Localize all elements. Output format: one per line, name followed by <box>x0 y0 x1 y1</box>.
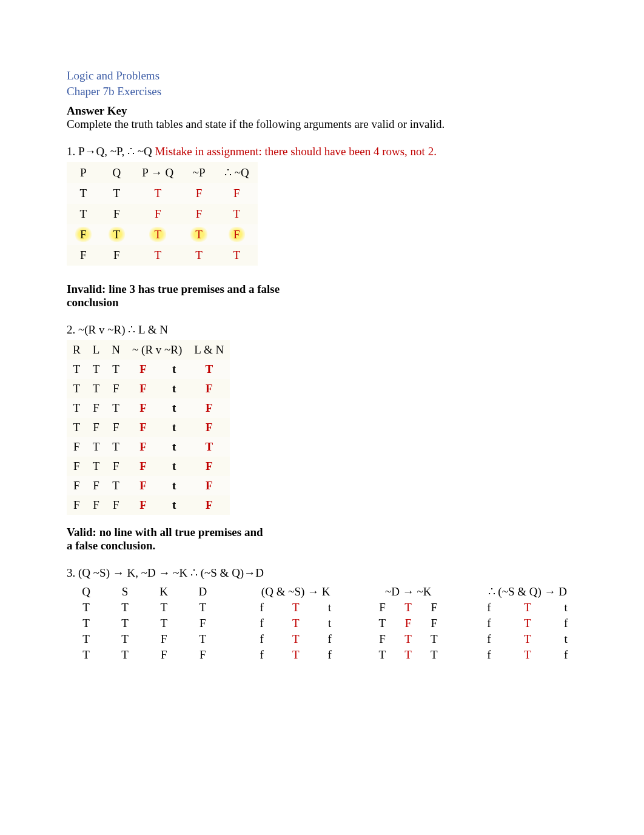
cell: T <box>106 631 144 647</box>
cell: T <box>106 600 144 615</box>
cell: F <box>126 398 160 418</box>
cell: T <box>106 437 126 457</box>
cell: T <box>508 600 546 615</box>
cell: F <box>182 204 216 224</box>
cell: F <box>421 600 448 615</box>
ex1-table: P Q P → Q ~P ∴ ~Q T T T F F T F F F T F … <box>67 162 258 266</box>
cell: t <box>160 437 189 457</box>
cell: f <box>470 647 508 663</box>
cell: T <box>508 631 546 647</box>
cell: t <box>160 418 189 437</box>
col-header: P <box>67 162 100 183</box>
cell: F <box>369 600 395 615</box>
cell: T <box>106 360 126 379</box>
cell: T <box>67 647 106 663</box>
cell: F <box>188 476 230 495</box>
cell: T <box>183 600 222 615</box>
cell: F <box>395 615 421 631</box>
col-header: ~P <box>182 162 216 183</box>
ex1-verdict: Invalid: line 3 has true premises and a … <box>67 283 321 309</box>
cell: f <box>470 615 508 631</box>
ex2-verdict: Valid: no line with all true premises an… <box>67 526 267 552</box>
cell: T <box>67 379 87 398</box>
cell: T <box>106 647 144 663</box>
cell: F <box>188 398 230 418</box>
cell: T <box>133 245 182 266</box>
cell: T <box>279 615 313 631</box>
table-row: T T T F t T <box>67 360 230 379</box>
cell: t <box>546 600 585 615</box>
cell: F <box>144 647 183 663</box>
cell: F <box>216 183 258 204</box>
cell: t <box>546 631 585 647</box>
cell: T <box>67 600 106 615</box>
cell: T <box>369 615 395 631</box>
table-row: T T F F f T f T T T f T f <box>67 647 585 663</box>
cell: T <box>87 437 106 457</box>
cell: F <box>183 615 222 631</box>
table-row: TFF Ft F <box>67 418 230 437</box>
ex1-heading: 1. P→Q, ~P, ∴ ~Q Mistake in assignment: … <box>67 144 577 158</box>
ex3-heading: 3. (Q ~S) → K, ~D → ~K ∴ (~S & Q)→D <box>67 566 577 580</box>
table-row: TFT Ft F <box>67 398 230 418</box>
cell: F <box>182 183 216 204</box>
cell: T <box>100 224 134 245</box>
cell: F <box>188 457 230 476</box>
cell: F <box>67 245 100 266</box>
ex1-mistake-note: Mistake in assignment: there should have… <box>155 145 437 158</box>
table-row: FTF Ft F <box>67 457 230 476</box>
col-header: S <box>106 583 144 600</box>
table-row: T T T F F <box>67 183 258 204</box>
cell: T <box>369 647 395 663</box>
cell: F <box>100 204 134 224</box>
cell: F <box>100 245 134 266</box>
cell: f <box>470 631 508 647</box>
cell: F <box>126 457 160 476</box>
cell: T <box>188 437 230 457</box>
cell: T <box>182 245 216 266</box>
cell: F <box>126 495 160 515</box>
cell: t <box>160 398 189 418</box>
cell: f <box>313 647 347 663</box>
cell: T <box>67 360 87 379</box>
cell: T <box>395 647 421 663</box>
cell: F <box>369 631 395 647</box>
cell: F <box>67 457 87 476</box>
col-header: Q <box>67 583 106 600</box>
cell: F <box>67 476 87 495</box>
cell: T <box>67 615 106 631</box>
cell: T <box>144 615 183 631</box>
cell: T <box>279 600 313 615</box>
doc-subtitle: Chaper 7b Exercises <box>67 85 577 98</box>
cell: f <box>470 600 508 615</box>
col-header: ∴ (~S & Q) → D <box>470 583 585 600</box>
cell: F <box>126 379 160 398</box>
cell: T <box>395 631 421 647</box>
cell: F <box>106 495 126 515</box>
table-header-row: Q S K D (Q & ~S) → K ~D → ~K ∴ (~S & Q) … <box>67 583 585 600</box>
col-header: D <box>183 583 222 600</box>
cell: F <box>421 615 448 631</box>
answer-key-label: Answer Key <box>67 104 577 118</box>
cell: T <box>67 183 100 204</box>
cell: T <box>67 204 100 224</box>
col-header: L & N <box>188 340 230 360</box>
cell: T <box>508 647 546 663</box>
cell: T <box>279 647 313 663</box>
cell: F <box>87 495 106 515</box>
cell: T <box>67 398 87 418</box>
cell: T <box>183 631 222 647</box>
cell: F <box>87 418 106 437</box>
cell: T <box>100 183 134 204</box>
table-header-row: P Q P → Q ~P ∴ ~Q <box>67 162 258 183</box>
cell: F <box>188 495 230 515</box>
cell: T <box>421 647 448 663</box>
table-row: FFF Ft F <box>67 495 230 515</box>
cell: F <box>126 360 160 379</box>
cell: t <box>160 476 189 495</box>
table-row: T F F F T <box>67 204 258 224</box>
cell: F <box>144 631 183 647</box>
cell: F <box>188 379 230 398</box>
cell: f <box>245 647 279 663</box>
table-row: T T F T f T f F T T f T t <box>67 631 585 647</box>
